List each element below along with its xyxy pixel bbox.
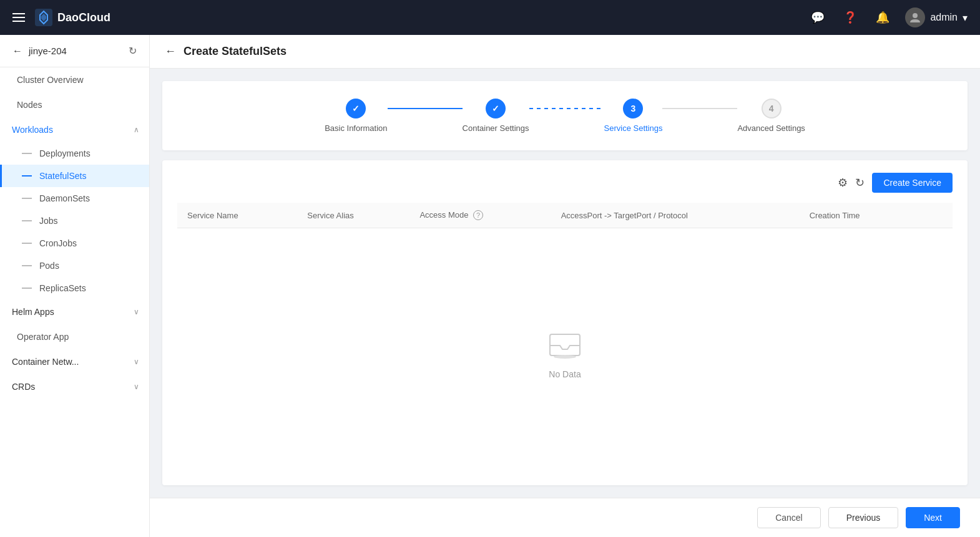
no-data-container: No Data [177, 228, 953, 473]
sidebar-item-cluster-overview[interactable]: Cluster Overview [0, 67, 149, 92]
col-access-port: AccessPort -> TargetPort / Protocol [551, 203, 800, 228]
user-menu[interactable]: admin ▾ [905, 7, 968, 27]
help-icon[interactable]: ❓ [840, 7, 860, 27]
user-name-label: admin [930, 12, 958, 23]
user-chevron-icon: ▾ [963, 12, 968, 24]
container-netw-chevron-icon: ∨ [134, 357, 139, 366]
connector-1 [388, 108, 463, 109]
stepper: ✓ Basic Information ✓ Container Settings [325, 99, 805, 133]
sidebar-item-replicasets[interactable]: ReplicaSets [0, 277, 149, 299]
helm-apps-chevron-icon: ∨ [134, 307, 139, 316]
helm-apps-label: Helm Apps [12, 307, 54, 317]
sidebar-item-daemonsets[interactable]: DaemonSets [0, 187, 149, 210]
workloads-chevron-icon: ∧ [134, 125, 139, 134]
step-advanced-settings: 4 Advanced Settings [737, 99, 805, 133]
table-header: Service Name Service Alias Access Mode ?… [177, 203, 953, 228]
step-2-label: Container Settings [463, 123, 529, 133]
service-table: Service Name Service Alias Access Mode ?… [177, 203, 953, 228]
col-service-alias: Service Alias [297, 203, 409, 228]
settings-icon[interactable]: ⚙ [838, 176, 848, 190]
svg-point-1 [913, 13, 918, 18]
step-3-number: 3 [631, 104, 636, 114]
logo-text: DaoCloud [57, 11, 110, 24]
service-panel: ⚙ ↻ Create Service Service Name Service … [162, 160, 968, 485]
step-basic-information: ✓ Basic Information [325, 99, 387, 133]
connector-2 [529, 108, 604, 109]
page-title: Create StatefulSets [184, 45, 287, 58]
sidebar-item-deployments[interactable]: Deployments [0, 142, 149, 165]
col-actions [919, 203, 953, 228]
hamburger-menu-icon[interactable] [12, 13, 25, 22]
bell-icon[interactable]: 🔔 [873, 7, 893, 27]
sidebar-scroll-area: Cluster Overview Nodes Workloads ∧ Deplo… [0, 67, 149, 537]
previous-button[interactable]: Previous [828, 507, 898, 528]
daocloud-logo-icon [35, 9, 52, 26]
step-1-label: Basic Information [325, 123, 387, 133]
dash-icon [22, 153, 32, 154]
top-navigation: DaoCloud 💬 ❓ 🔔 admin ▾ [0, 0, 980, 35]
service-toolbar: ⚙ ↻ Create Service [177, 173, 953, 193]
sidebar-item-crds[interactable]: CRDs ∨ [0, 374, 149, 399]
sidebar-workloads-label: Workloads [12, 125, 53, 135]
sidebar: ← jinye-204 ↻ Cluster Overview Nodes Wor… [0, 35, 150, 537]
page-back-button[interactable]: ← [165, 45, 176, 58]
sidebar-item-statefulsets[interactable]: StatefulSets [0, 165, 149, 187]
step-4-number: 4 [769, 104, 774, 114]
main-content: ← Create StatefulSets ✓ Basic Informatio… [150, 35, 980, 537]
content-area: ✓ Basic Information ✓ Container Settings [150, 69, 980, 498]
sidebar-item-jobs[interactable]: Jobs [0, 210, 149, 232]
sidebar-item-cronjobs[interactable]: CronJobs [0, 232, 149, 254]
dash-icon [22, 220, 32, 221]
sidebar-back-button[interactable]: ← [12, 46, 22, 57]
dash-icon [22, 265, 32, 266]
sidebar-title: jinye-204 [29, 46, 122, 56]
access-mode-help-icon[interactable]: ? [473, 210, 483, 220]
chat-icon[interactable]: 💬 [808, 7, 828, 27]
sidebar-item-operator-app[interactable]: Operator App [0, 324, 149, 349]
next-button[interactable]: Next [906, 507, 960, 528]
no-data-text: No Data [549, 369, 581, 379]
sidebar-refresh-icon[interactable]: ↻ [129, 45, 137, 57]
step-4-label: Advanced Settings [737, 123, 805, 133]
check-icon-2: ✓ [492, 104, 499, 114]
no-data-icon [545, 322, 585, 362]
step-2-circle: ✓ [486, 99, 506, 119]
crds-chevron-icon: ∨ [134, 382, 139, 391]
sidebar-item-workloads[interactable]: Workloads ∧ [0, 117, 149, 142]
cancel-button[interactable]: Cancel [757, 507, 821, 528]
dash-icon [22, 288, 32, 289]
sidebar-item-helm-apps[interactable]: Helm Apps ∨ [0, 299, 149, 324]
step-3-circle: 3 [623, 99, 643, 119]
dash-icon [22, 243, 32, 244]
nav-icons: 💬 ❓ 🔔 admin ▾ [808, 7, 968, 27]
sidebar-item-nodes[interactable]: Nodes [0, 92, 149, 117]
crds-label: CRDs [12, 382, 35, 392]
page-footer: Cancel Previous Next [150, 498, 980, 537]
step-1-circle: ✓ [346, 99, 366, 119]
dash-icon [22, 198, 32, 199]
sidebar-header: ← jinye-204 ↻ [0, 35, 149, 67]
step-4-circle: 4 [762, 99, 782, 119]
user-avatar-icon [905, 7, 925, 27]
step-3-label: Service Settings [604, 123, 663, 133]
container-netw-label: Container Netw... [12, 357, 79, 367]
svg-point-3 [554, 355, 576, 359]
dash-icon [22, 175, 32, 177]
connector-3 [662, 108, 737, 109]
step-container-settings: ✓ Container Settings [463, 99, 529, 133]
logo-area: DaoCloud [35, 9, 110, 26]
page-header: ← Create StatefulSets [150, 35, 980, 69]
sidebar-item-container-netw[interactable]: Container Netw... ∨ [0, 349, 149, 374]
stepper-card: ✓ Basic Information ✓ Container Settings [162, 81, 968, 150]
col-service-name: Service Name [177, 203, 297, 228]
step-service-settings: 3 Service Settings [604, 99, 663, 133]
create-service-button[interactable]: Create Service [872, 173, 953, 193]
sidebar-item-pods[interactable]: Pods [0, 254, 149, 277]
col-access-mode: Access Mode ? [409, 203, 551, 228]
check-icon: ✓ [352, 104, 360, 114]
refresh-icon[interactable]: ↻ [855, 176, 865, 190]
col-creation-time: Creation Time [800, 203, 919, 228]
